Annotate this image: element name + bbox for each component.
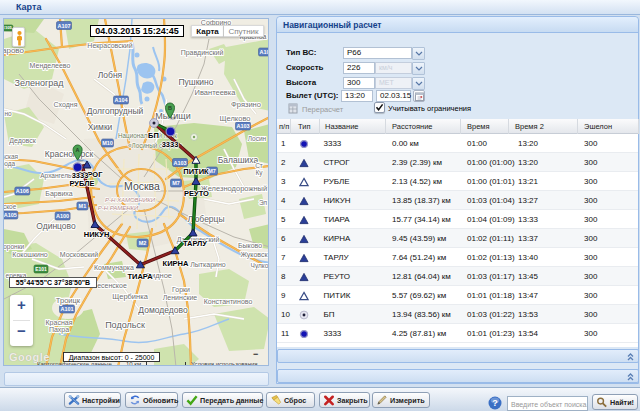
svg-text:Ленинские: Ленинские <box>163 294 198 301</box>
svg-text:А103: А103 <box>236 123 249 129</box>
svg-text:Пахра: Пахра <box>49 326 69 334</box>
svg-text:Троицк: Троицк <box>56 296 81 305</box>
svg-text:Лобня: Лобня <box>98 70 123 80</box>
svg-text:М2: М2 <box>139 240 147 246</box>
svg-text:Балашиха: Балашиха <box>218 155 259 165</box>
svg-text:Лосин: Лосин <box>248 135 267 142</box>
svg-text:А101: А101 <box>60 306 73 312</box>
svg-text:Правдинский: Правдинский <box>181 49 224 57</box>
svg-text:Ивантеевка: Ивантеевка <box>195 88 237 97</box>
svg-text:РУБЛЕ: РУБЛЕ <box>69 179 94 188</box>
svg-text:Химки: Химки <box>88 122 113 132</box>
svg-text:Железнодорожный: Железнодорожный <box>201 184 267 193</box>
svg-text:Некрасовский: Некрасовский <box>87 42 132 50</box>
svg-text:Одинцово: Одинцово <box>36 221 76 231</box>
svg-text:ловская: ловская <box>4 153 19 160</box>
svg-text:А106: А106 <box>16 188 29 194</box>
svg-text:Подольск: Подольск <box>105 320 145 330</box>
svg-text:Пушкино: Пушкино <box>178 77 213 87</box>
svg-text:воронки: воронки <box>4 243 25 251</box>
svg-text:Московский: Московский <box>60 251 98 258</box>
svg-text:Быково: Быково <box>238 242 262 249</box>
svg-text:Ст: Ст <box>255 162 263 169</box>
svg-text:НИКУН: НИКУН <box>84 230 110 239</box>
svg-text:Коммунарка: Коммунарка <box>94 264 134 272</box>
svg-text:Красногорск: Красногорск <box>45 149 94 159</box>
svg-text:Дедовск: Дедовск <box>9 137 37 145</box>
svg-text:Ку: Ку <box>255 169 263 177</box>
svg-text:А104: А104 <box>114 97 128 103</box>
svg-text:А103: А103 <box>173 160 186 166</box>
svg-text:А: А <box>76 147 80 153</box>
svg-text:Сходня: Сходня <box>54 101 78 109</box>
svg-text:ТАРЛУ: ТАРЛУ <box>183 239 207 248</box>
svg-text:Р-Н ХАМОВНИКИ: Р-Н ХАМОВНИКИ <box>105 197 156 203</box>
svg-text:Лыткарино: Лыткарино <box>190 261 226 269</box>
svg-text:А107: А107 <box>259 49 269 55</box>
svg-text:енское: енское <box>4 203 17 210</box>
svg-text:ПИТИК: ПИТИК <box>183 167 209 176</box>
svg-text:Чулково: Чулково <box>251 262 269 270</box>
svg-text:Горки: Горки <box>172 286 190 294</box>
svg-text:Константиново: Константиново <box>204 298 253 305</box>
svg-text:А100: А100 <box>56 213 69 219</box>
svg-text:Фрязино: Фрязино <box>231 100 261 109</box>
svg-text:Барвиха: Барвиха <box>45 190 72 198</box>
svg-text:БП: БП <box>148 131 159 140</box>
svg-text:М7: М7 <box>208 168 216 174</box>
svg-text:Щербинка: Щербинка <box>112 292 148 301</box>
svg-text:Кокошкино: Кокошкино <box>12 251 47 258</box>
svg-text:А105: А105 <box>4 212 17 218</box>
svg-text:РЕУТО: РЕУТО <box>184 189 209 198</box>
svg-text:Жуковск: Жуковск <box>240 251 268 259</box>
svg-text:М7: М7 <box>172 180 180 186</box>
svg-text:Домодедово: Домодедово <box>138 305 188 315</box>
svg-text:Е101: Е101 <box>35 266 47 272</box>
svg-text:Зеленоград: Зеленоград <box>15 78 65 88</box>
svg-text:?: ? <box>492 398 498 408</box>
svg-text:В: В <box>168 105 172 111</box>
svg-text:Р-Н РАМЕНКИ: Р-Н РАМЕНКИ <box>98 205 139 211</box>
svg-text:есенское: есенское <box>97 282 127 289</box>
svg-text:Менделеево: Менделеево <box>30 62 71 70</box>
svg-text:но: но <box>4 110 12 117</box>
svg-text:Щелково: Щелково <box>220 114 251 123</box>
svg-text:Долгопрудный: Долгопрудный <box>87 106 144 116</box>
svg-text:Москва: Москва <box>124 180 160 192</box>
svg-text:3333: 3333 <box>162 140 179 149</box>
svg-text:Эл: Эл <box>259 199 267 206</box>
svg-text:М10: М10 <box>102 140 113 146</box>
svg-text:КИРНА: КИРНА <box>163 259 189 268</box>
svg-text:обода: обода <box>4 160 15 168</box>
svg-text:ТИАРА: ТИАРА <box>127 272 153 281</box>
svg-text:А107: А107 <box>57 23 70 29</box>
svg-text:М1: М1 <box>79 203 87 209</box>
